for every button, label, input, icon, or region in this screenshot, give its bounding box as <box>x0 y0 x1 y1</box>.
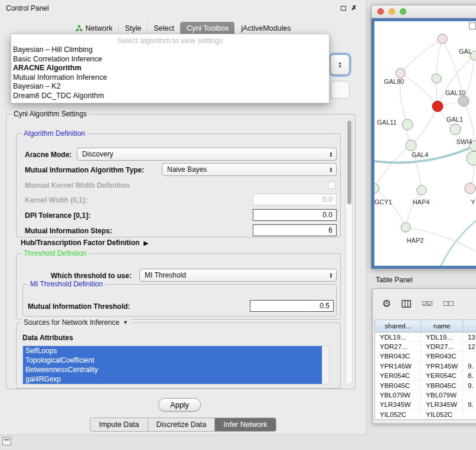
minimize-window-button[interactable] <box>389 8 395 15</box>
hub-section-toggle[interactable]: Hub/Transcription Factor Definition ▶ <box>21 239 148 247</box>
window-titlebar[interactable] <box>371 5 476 18</box>
table-row[interactable]: YBL079WYBL079W <box>375 390 476 400</box>
table-row[interactable]: YBR043CYBR043C <box>375 352 476 361</box>
network-svg[interactable]: GALGAL80GAL10GAL11GAL1SWI4GAL4GCY1HAP4YH… <box>374 21 476 268</box>
network-node[interactable] <box>467 151 476 165</box>
network-edge[interactable] <box>374 188 406 227</box>
table-cell[interactable]: YIL052C <box>421 410 463 419</box>
table-row[interactable]: YIL052CYIL052C <box>375 410 476 419</box>
kernel-width-field[interactable]: 0.0 <box>253 194 337 206</box>
attributes-scrollbar[interactable] <box>322 346 329 384</box>
network-node[interactable] <box>465 183 475 194</box>
network-edge[interactable] <box>400 39 442 73</box>
mi-type-select[interactable]: Naive Bayes ▲▼ <box>162 163 337 176</box>
table-cell[interactable] <box>463 390 476 399</box>
apply-button[interactable]: Apply <box>158 398 201 412</box>
table-cell[interactable]: YPR145W <box>421 361 463 370</box>
network-node[interactable] <box>401 223 410 232</box>
network-node[interactable] <box>458 96 469 106</box>
close-panel-icon[interactable]: ✗ <box>351 5 357 11</box>
network-node[interactable] <box>450 124 461 135</box>
settings-scrollbar[interactable] <box>345 119 353 384</box>
table-cell[interactable]: YER054C <box>421 371 463 380</box>
table-cell[interactable]: 9. <box>463 381 476 390</box>
select-all-icon[interactable]: ☑☑ <box>422 300 432 308</box>
attribute-item[interactable]: SelfLoops <box>23 346 322 356</box>
table-row[interactable]: YBR045CYBR045C9. <box>375 381 476 390</box>
table-row[interactable]: YER054CYER054C8. <box>375 371 476 381</box>
table-cell[interactable]: 13 <box>463 332 476 341</box>
float-panel-icon[interactable] <box>341 6 346 11</box>
table-cell[interactable]: 9. <box>463 361 476 370</box>
network-node[interactable] <box>402 119 413 130</box>
algorithm-option-selected[interactable]: ARACNE Algorithm <box>11 64 329 73</box>
attribute-item[interactable]: gal4RGexp <box>23 374 322 384</box>
zoom-window-button[interactable] <box>400 8 406 15</box>
table-cell[interactable]: YLR345W <box>375 400 421 409</box>
table-cell[interactable] <box>463 410 476 419</box>
table-cell[interactable]: 12 <box>463 342 476 351</box>
table-cell[interactable]: YLR345W <box>421 400 463 409</box>
network-node[interactable] <box>396 69 405 78</box>
tab-discretize-data[interactable]: Discretize Data <box>148 418 215 431</box>
tab-network[interactable]: Network <box>70 22 119 35</box>
network-edge[interactable] <box>438 56 475 106</box>
table-cell[interactable]: YDL19... <box>375 332 421 341</box>
table-cell[interactable]: YDL19... <box>421 332 463 341</box>
close-window-button[interactable] <box>377 8 384 15</box>
tab-cyni-toolbox[interactable]: Cyni Toolbox <box>180 22 234 35</box>
network-node[interactable] <box>432 74 441 83</box>
algorithm-select-stepper[interactable]: ▲ ▼ <box>330 54 350 75</box>
mi-steps-field[interactable]: 6 <box>253 224 337 236</box>
table-cell[interactable]: YBR045C <box>421 381 463 390</box>
sources-toggle[interactable]: Sources for Network Inference ▼ <box>21 319 131 327</box>
table-row[interactable]: YPR145WYPR145W9. <box>375 361 476 371</box>
attribute-item[interactable]: TopologicalCoefficient <box>23 356 322 365</box>
algorithm-option[interactable]: Bayesian – K2 <box>11 82 329 92</box>
network-edge[interactable] <box>406 190 422 227</box>
column-header-extra[interactable] <box>463 320 476 332</box>
table-cell[interactable] <box>463 352 476 361</box>
table-cell[interactable]: YBR045C <box>375 381 421 390</box>
gear-icon[interactable]: ⚙ <box>382 298 391 310</box>
network-edge[interactable] <box>411 106 438 145</box>
algorithm-option[interactable]: Mutual Information Inference <box>11 73 329 83</box>
network-node[interactable] <box>406 140 416 151</box>
data-attributes-list[interactable]: SelfLoops TopologicalCoefficient Between… <box>22 345 330 384</box>
network-node[interactable] <box>438 34 447 44</box>
mi-threshold-field[interactable]: 0.5 <box>250 300 334 312</box>
tab-impute-data[interactable]: Impute Data <box>90 418 147 431</box>
table-cell[interactable]: YBL079W <box>375 390 421 399</box>
tab-infer-network[interactable]: Infer Network <box>214 418 275 431</box>
aracne-mode-select[interactable]: Discovery ▲▼ <box>77 148 337 161</box>
manual-kernel-checkbox[interactable] <box>328 181 335 189</box>
tab-select[interactable]: Select <box>147 22 180 35</box>
table-cell[interactable]: 8. <box>463 371 476 380</box>
network-node[interactable] <box>432 101 443 112</box>
settings-scrollbar-thumb[interactable] <box>347 120 351 204</box>
table-cell[interactable]: YIL052C <box>375 410 421 419</box>
column-header-shared[interactable]: shared... <box>375 320 421 332</box>
table-cell[interactable]: YBR043C <box>375 352 421 361</box>
columns-icon[interactable] <box>402 300 411 308</box>
tab-style[interactable]: Style <box>118 22 147 35</box>
network-scroll-corner[interactable] <box>469 22 476 30</box>
threshold-type-select[interactable]: MI Threshold ▲▼ <box>139 269 337 282</box>
algorithm-option[interactable]: Bayesian – Hill Climbing <box>11 45 329 55</box>
deselect-all-icon[interactable]: ☐☐ <box>443 300 454 308</box>
table-row[interactable]: YDL19...YDL19...13 <box>375 332 476 342</box>
tab-jactivemodules[interactable]: jActiveModules <box>234 22 296 35</box>
restore-panel-icon[interactable] <box>2 437 11 445</box>
table-cell[interactable]: YDR27... <box>421 342 463 351</box>
table-cell[interactable]: YER054C <box>375 371 421 380</box>
table-cell[interactable]: YDR27... <box>375 342 421 351</box>
table-cell[interactable]: YPR145W <box>375 361 421 370</box>
network-edge[interactable] <box>436 39 442 79</box>
table-cell[interactable]: YBR043C <box>421 352 463 361</box>
algorithm-option[interactable]: Dream8 DC_TDC Algorithm <box>11 92 329 101</box>
network-node[interactable] <box>417 185 426 195</box>
table-row[interactable]: YLR345WYLR345W9. <box>375 400 476 410</box>
table-cell[interactable]: YBL079W <box>421 390 463 399</box>
table-row[interactable]: YDR27...YDR27...12 <box>375 342 476 351</box>
column-header-name[interactable]: name <box>421 320 463 332</box>
